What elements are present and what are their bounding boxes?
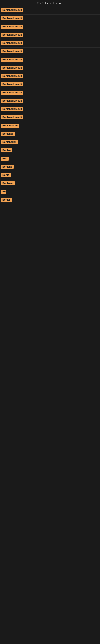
- result-row-23: Bo: [0, 188, 100, 196]
- result-row-14: Bottleneck result: [0, 114, 100, 122]
- bottleneck-badge-19[interactable]: Bott: [1, 156, 9, 160]
- bottleneck-badge-9[interactable]: Bottleneck result: [1, 74, 23, 78]
- result-row-5: Bottleneck result: [0, 40, 100, 48]
- bottleneck-badge-10[interactable]: Bottleneck result: [1, 82, 23, 86]
- bottleneck-badge-8[interactable]: Bottleneck result: [1, 66, 23, 70]
- bottleneck-badge-4[interactable]: Bottleneck result: [1, 33, 23, 37]
- result-row-11: Bottleneck result: [0, 89, 100, 97]
- result-row-18: Bottlen: [0, 147, 100, 155]
- result-row-6: Bottleneck result: [0, 48, 100, 56]
- result-row-20: Bottlene: [0, 163, 100, 172]
- bottleneck-badge-14[interactable]: Bottleneck result: [1, 115, 23, 119]
- result-row-15: Bottleneck re: [0, 122, 100, 130]
- results-list: Bottleneck resultBottleneck resultBottle…: [0, 6, 100, 204]
- bottleneck-badge-1[interactable]: Bottleneck result: [1, 8, 23, 12]
- bottleneck-badge-3[interactable]: Bottleneck result: [1, 24, 23, 28]
- bottleneck-badge-17[interactable]: Bottleneck r: [1, 140, 18, 144]
- result-row-10: Bottleneck result: [0, 81, 100, 89]
- result-row-9: Bottleneck result: [0, 72, 100, 81]
- result-row-19: Bott: [0, 155, 100, 163]
- bottleneck-badge-18[interactable]: Bottlen: [1, 148, 12, 152]
- result-row-7: Bottleneck result: [0, 56, 100, 64]
- bottleneck-badge-20[interactable]: Bottlene: [1, 165, 14, 169]
- result-row-2: Bottleneck result: [0, 15, 100, 23]
- bottleneck-badge-6[interactable]: Bottleneck result: [1, 49, 23, 53]
- bottleneck-badge-22[interactable]: Bottlenec: [1, 181, 15, 185]
- result-row-4: Bottleneck result: [0, 31, 100, 40]
- bottleneck-badge-5[interactable]: Bottleneck result: [1, 41, 23, 45]
- result-row-13: Bottleneck result: [0, 106, 100, 114]
- bottleneck-badge-7[interactable]: Bottleneck result: [1, 58, 23, 62]
- result-row-8: Bottleneck result: [0, 64, 100, 72]
- result-row-24: Bottler: [0, 196, 100, 204]
- bottleneck-badge-24[interactable]: Bottler: [1, 198, 12, 202]
- bottleneck-badge-21[interactable]: Bottle: [1, 173, 11, 177]
- result-row-16: Bottlenec: [0, 130, 100, 138]
- bottleneck-badge-16[interactable]: Bottlenec: [1, 132, 15, 136]
- bottleneck-badge-15[interactable]: Bottleneck re: [1, 124, 19, 128]
- result-row-1: Bottleneck result: [0, 6, 100, 15]
- result-row-3: Bottleneck result: [0, 23, 100, 31]
- bottleneck-badge-23[interactable]: Bo: [1, 190, 6, 194]
- vertical-line-decoration: [1, 523, 1, 564]
- result-row-21: Bottle: [0, 172, 100, 180]
- bottleneck-badge-12[interactable]: Bottleneck result: [1, 99, 23, 103]
- result-row-17: Bottleneck r: [0, 138, 100, 147]
- site-header: TheBottlenecker.com: [0, 0, 100, 6]
- result-row-12: Bottleneck result: [0, 97, 100, 106]
- result-row-22: Bottlenec: [0, 180, 100, 188]
- site-title: TheBottlenecker.com: [0, 0, 100, 6]
- bottleneck-badge-13[interactable]: Bottleneck result: [1, 107, 23, 111]
- bottleneck-badge-2[interactable]: Bottleneck result: [1, 16, 23, 20]
- bottleneck-badge-11[interactable]: Bottleneck result: [1, 90, 23, 94]
